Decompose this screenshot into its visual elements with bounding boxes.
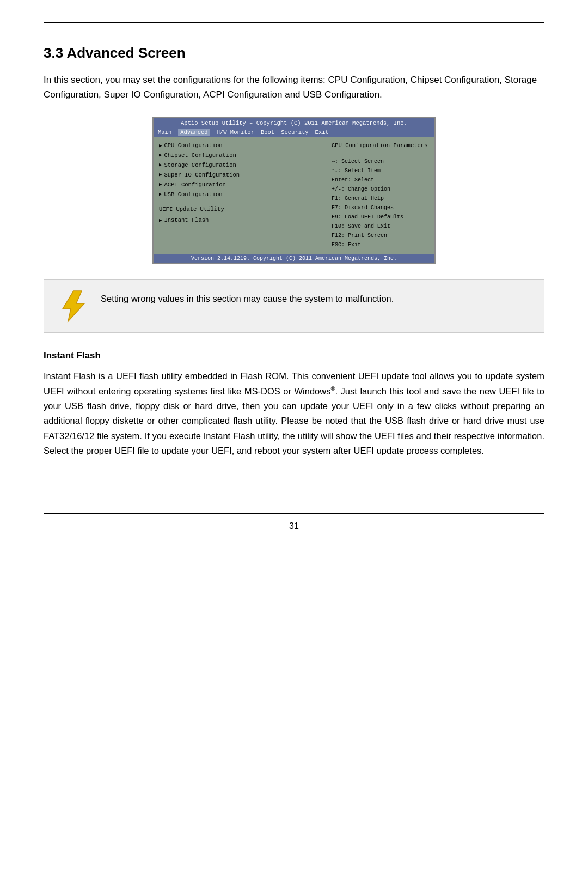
bios-item-usb: ▶ USB Configuration: [159, 190, 320, 200]
main-content: 3.3 Advanced Screen In this section, you…: [0, 23, 588, 491]
key-help-item: F7: Discard Changes: [332, 203, 429, 212]
arrow-icon: ▶: [159, 142, 162, 150]
bios-left-panel: ▶ CPU Configuration ▶ Chipset Configurat…: [154, 137, 326, 254]
intro-text: In this section, you may set the configu…: [44, 72, 544, 102]
bios-key-help: ↔: Select Screen ↑↓: Select Item Enter: …: [332, 157, 429, 250]
arrow-icon: ▶: [159, 151, 162, 160]
bios-item-acpi: ▶ ACPI Configuration: [159, 180, 320, 190]
key-help-item: F1: General Help: [332, 194, 429, 203]
key-help-item: ↔: Select Screen: [332, 157, 429, 166]
bios-screenshot: Aptio Setup Utility – Copyright (C) 2011…: [152, 117, 436, 264]
key-help-item: F10: Save and Exit: [332, 222, 429, 231]
bios-bottom-bar: Version 2.14.1219. Copyright (C) 2011 Am…: [154, 254, 434, 263]
key-help-item: +/-: Change Option: [332, 185, 429, 194]
bios-item-usb-label: USB Configuration: [164, 190, 222, 200]
warning-icon: [57, 290, 90, 323]
page-number: 31: [0, 514, 588, 542]
bios-menu-boot: Boot: [261, 129, 274, 136]
bios-menu-advanced: Advanced: [178, 129, 210, 136]
arrow-icon: ▶: [159, 181, 162, 189]
instant-flash-title: Instant Flash: [44, 350, 544, 361]
key-help-item: Enter: Select: [332, 175, 429, 185]
bios-item-acpi-label: ACPI Configuration: [164, 180, 225, 190]
bios-item-superio: ▶ Super IO Configuration: [159, 171, 320, 180]
warning-text: Setting wrong values in this section may…: [101, 290, 394, 306]
bios-item-instantflash: ▶ Instant Flash: [159, 216, 320, 226]
arrow-icon: ▶: [159, 161, 162, 169]
bios-item-cpu-label: CPU Configuration: [164, 141, 222, 151]
bios-item-chipset-label: Chipset Configuration: [164, 151, 236, 161]
bios-help-text: CPU Configuration Parameters: [332, 141, 429, 150]
bios-title-bar: Aptio Setup Utility – Copyright (C) 2011…: [154, 118, 434, 128]
section-title: 3.3 Advanced Screen: [44, 45, 544, 62]
bios-uefi-label: UEFI Update Utility: [159, 205, 320, 215]
bios-menu-main: Main: [158, 129, 171, 136]
arrow-icon: ▶: [159, 171, 162, 179]
bios-menu-security: Security: [281, 129, 308, 136]
key-help-item: F9: Load UEFI Defaults: [332, 212, 429, 222]
bios-menu-bar: Main Advanced H/W Monitor Boot Security …: [154, 128, 434, 137]
arrow-icon: ▶: [159, 217, 162, 225]
bios-item-instantflash-label: Instant Flash: [164, 216, 209, 226]
arrow-icon: ▶: [159, 191, 162, 199]
bios-right-panel: CPU Configuration Parameters ↔: Select S…: [326, 137, 434, 254]
warning-box: Setting wrong values in this section may…: [44, 279, 544, 333]
bios-body: ▶ CPU Configuration ▶ Chipset Configurat…: [154, 137, 434, 254]
bios-item-cpu: ▶ CPU Configuration: [159, 141, 320, 151]
key-help-item: ↑↓: Select Item: [332, 166, 429, 175]
bios-menu-hwmonitor: H/W Monitor: [217, 129, 254, 136]
bios-item-superio-label: Super IO Configuration: [164, 171, 240, 180]
bios-menu-exit: Exit: [315, 129, 329, 136]
key-help-item: F12: Print Screen: [332, 231, 429, 240]
bios-item-chipset: ▶ Chipset Configuration: [159, 151, 320, 161]
bios-item-storage: ▶ Storage Configuration: [159, 161, 320, 171]
instant-flash-body: Instant Flash is a UEFI flash utility em…: [44, 369, 544, 458]
key-help-item: ESC: Exit: [332, 240, 429, 250]
svg-marker-0: [63, 291, 84, 321]
bios-item-storage-label: Storage Configuration: [164, 161, 236, 171]
